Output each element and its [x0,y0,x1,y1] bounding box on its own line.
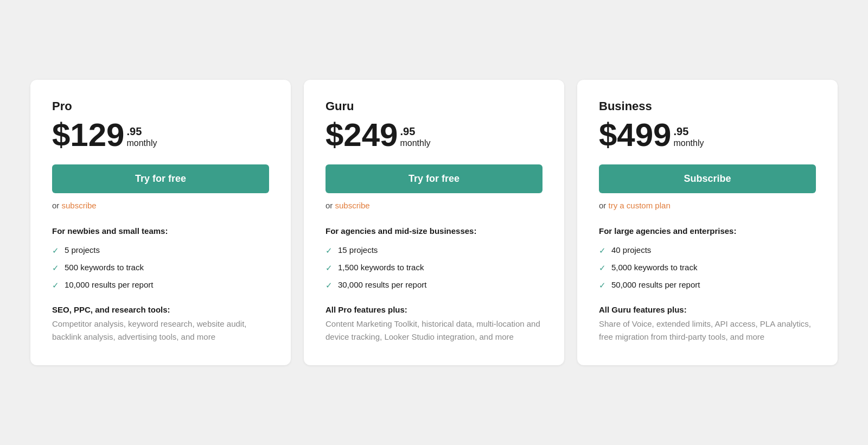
or-link-guru[interactable]: subscribe [335,201,370,210]
feature-item: ✓ 30,000 results per report [326,279,542,291]
feature-text: 5,000 keywords to track [611,262,697,273]
price-main-business: $499 [599,119,671,151]
pricing-card-business: Business $499 .95 monthly Subscribe or t… [577,80,838,365]
feature-item: ✓ 5 projects [52,244,269,256]
feature-item: ✓ 500 keywords to track [52,262,269,274]
or-link-row-pro: or subscribe [52,201,269,210]
plan-name-business: Business [599,99,816,113]
check-icon: ✓ [52,262,59,274]
extras-desc-pro: Competitor analysis, keyword research, w… [52,317,269,344]
price-period-guru: monthly [400,138,430,148]
or-text-guru: or [326,201,335,210]
feature-text: 50,000 results per report [611,279,700,290]
check-icon: ✓ [326,279,333,291]
or-text-business: or [599,201,609,210]
price-cents-block-guru: .95 monthly [400,125,430,148]
price-period-pro: monthly [126,138,157,148]
or-text-pro: or [52,201,62,210]
extras-title-pro: SEO, PPC, and research tools: [52,305,269,314]
price-row-business: $499 .95 monthly [599,119,816,151]
price-row-guru: $249 .95 monthly [326,119,542,151]
cta-button-pro[interactable]: Try for free [52,164,269,193]
check-icon: ✓ [52,245,59,256]
price-cents-pro: .95 [126,125,157,138]
feature-text: 40 projects [611,244,651,256]
price-cents-block-business: .95 monthly [673,125,704,148]
or-link-row-guru: or subscribe [326,201,542,210]
extras-title-guru: All Pro features plus: [326,305,542,314]
price-main-pro: $129 [52,119,124,151]
check-icon: ✓ [326,262,333,274]
pricing-card-guru: Guru $249 .95 monthly Try for free or su… [304,80,564,365]
or-link-business[interactable]: try a custom plan [609,201,671,210]
feature-list-guru: ✓ 15 projects ✓ 1,500 keywords to track … [326,244,542,291]
cta-button-business[interactable]: Subscribe [599,164,816,193]
price-cents-guru: .95 [400,125,430,138]
pricing-card-pro: Pro $129 .95 monthly Try for free or sub… [30,80,291,365]
plan-name-pro: Pro [52,99,269,113]
or-link-pro[interactable]: subscribe [62,201,97,210]
feature-text: 1,500 keywords to track [338,262,424,273]
cta-button-guru[interactable]: Try for free [326,164,542,193]
feature-item: ✓ 5,000 keywords to track [599,262,816,274]
extras-title-business: All Guru features plus: [599,305,816,314]
extras-desc-guru: Content Marketing Toolkit, historical da… [326,317,542,344]
check-icon: ✓ [326,245,333,256]
feature-text: 15 projects [338,244,378,256]
target-label-business: For large agencies and enterprises: [599,225,816,237]
check-icon: ✓ [599,245,606,256]
pricing-container: Pro $129 .95 monthly Try for free or sub… [16,80,852,365]
price-main-guru: $249 [326,119,398,151]
price-cents-block-pro: .95 monthly [126,125,157,148]
extras-desc-business: Share of Voice, extended limits, API acc… [599,317,816,344]
price-row-pro: $129 .95 monthly [52,119,269,151]
feature-list-pro: ✓ 5 projects ✓ 500 keywords to track ✓ 1… [52,244,269,291]
feature-text: 30,000 results per report [338,279,426,290]
price-period-business: monthly [673,138,704,148]
check-icon: ✓ [599,262,606,274]
feature-item: ✓ 1,500 keywords to track [326,262,542,274]
price-cents-business: .95 [673,125,704,138]
or-link-row-business: or try a custom plan [599,201,816,210]
feature-list-business: ✓ 40 projects ✓ 5,000 keywords to track … [599,244,816,291]
feature-item: ✓ 15 projects [326,244,542,256]
feature-item: ✓ 10,000 results per report [52,279,269,291]
feature-item: ✓ 40 projects [599,244,816,256]
plan-name-guru: Guru [326,99,542,113]
feature-text: 500 keywords to track [65,262,144,273]
feature-item: ✓ 50,000 results per report [599,279,816,291]
feature-text: 10,000 results per report [65,279,153,290]
target-label-pro: For newbies and small teams: [52,225,269,237]
check-icon: ✓ [599,279,606,291]
check-icon: ✓ [52,279,59,291]
feature-text: 5 projects [65,244,100,256]
target-label-guru: For agencies and mid-size businesses: [326,225,542,237]
